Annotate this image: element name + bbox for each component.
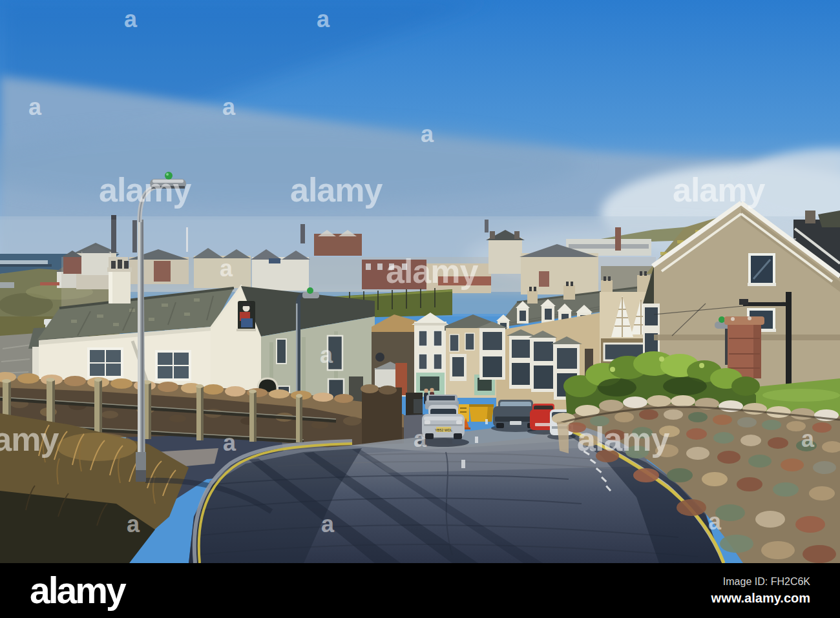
photograph: YB52 WDL: [0, 0, 840, 563]
ship-figurehead: [236, 301, 256, 331]
lamp-green-cap: [719, 316, 725, 323]
alamy-logo: alamy: [30, 572, 125, 609]
footer-bar: alamy Image ID: FH2C6K www.alamy.com: [0, 563, 840, 618]
satellite-dish: [375, 353, 384, 362]
lamp-green-cap: [165, 172, 173, 180]
lamp-green-cap: [307, 287, 313, 294]
wall-end: [362, 387, 402, 447]
stock-photo-page: YB52 WDL: [0, 0, 840, 618]
outbuildings: [372, 314, 417, 397]
image-id: Image ID: FH2C6K: [711, 576, 810, 588]
white-terrace-house: [412, 313, 449, 397]
wheelie-bin: [414, 399, 423, 413]
license-plate: YB52 WDL: [435, 428, 452, 432]
website-url: www.alamy.com: [711, 591, 810, 606]
footer-info: Image ID: FH2C6K www.alamy.com: [711, 576, 810, 606]
